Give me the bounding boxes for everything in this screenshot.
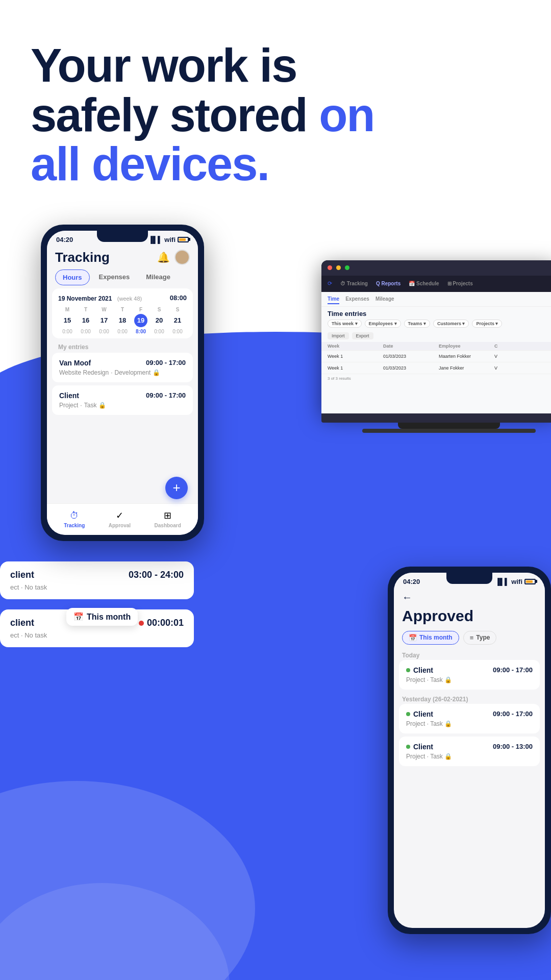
lc-tab-time[interactable]: Time	[328, 296, 339, 304]
tab-mileage[interactable]: Mileage	[139, 270, 178, 285]
phone-approved: 04:20 ▐▌▌ wifi ← Approved 📅 This mont	[388, 567, 551, 934]
lc-action-row: Import Export	[321, 331, 551, 341]
day-thu: T 18 0:00	[113, 307, 132, 334]
laptop-content-header: Time Expenses Mileage	[321, 292, 551, 307]
lc-tab-mileage[interactable]: Mileage	[375, 296, 394, 304]
tc-task-2: No task	[24, 631, 47, 639]
avatar[interactable]	[174, 250, 190, 265]
lc-td-week-1: Week 1	[328, 354, 383, 359]
type-filter-icon: ≡	[470, 634, 474, 642]
this-month-filter-label: This month	[419, 634, 453, 641]
lc-row-2[interactable]: Week 1 01/03/2023 Jane Fokker V	[321, 362, 551, 374]
approved-dot-1	[406, 668, 410, 672]
th-c: C	[494, 344, 550, 349]
laptop-nav: ⟳ ⏱ Tracking Q Reports 📅 Schedule ⊞ Proj…	[321, 276, 551, 292]
approved-entry-today[interactable]: Client 09:00 - 17:00 Project · Task 🔒	[399, 660, 540, 690]
tc-client-1: client	[10, 570, 34, 580]
entries-label: My entries	[47, 341, 198, 353]
recording-dot	[139, 621, 144, 626]
lc-filter-employees[interactable]: Employees ▾	[365, 320, 401, 328]
signal2-icon: ▐▌▌	[495, 578, 510, 585]
minimize-dot	[336, 265, 341, 270]
entry-project-1: Website Redesign	[59, 369, 109, 376]
lc-filter-teams[interactable]: Teams ▾	[404, 320, 430, 328]
hero-line1: Your work is	[31, 39, 296, 91]
approved-entry-partial[interactable]: Client 09:00 - 13:00 Project · Task 🔒	[399, 737, 540, 766]
ae-top-today: Client 09:00 - 17:00	[406, 666, 533, 674]
entry-sub-2: Project · Task 🔒	[59, 402, 186, 409]
battery-icon	[178, 237, 189, 242]
tracking-title: Tracking	[55, 250, 110, 265]
bottom-section: client 03:00 - 24:00 ect · No task clien…	[0, 546, 551, 980]
laptop-nav-projects[interactable]: ⊞ Projects	[447, 281, 473, 286]
lc-import-btn[interactable]: Import	[328, 332, 349, 339]
lc-tab-expenses[interactable]: Expenses	[345, 296, 369, 304]
day-mon: M 15 0:00	[58, 307, 77, 334]
lc-filter-week[interactable]: This week ▾	[328, 320, 362, 328]
tab-expenses[interactable]: Expenses	[92, 270, 137, 285]
day-tue: T 16 0:00	[77, 307, 95, 334]
lc-td-date-2: 01/03/2023	[383, 365, 439, 371]
tracking-nav-icon: ⏱	[70, 510, 79, 521]
time-card-1-top: client 03:00 - 24:00	[10, 570, 184, 580]
approved-filter-row: 📅 This month ≡ Type	[394, 628, 545, 649]
ae-sub-partial: Project · Task 🔒	[406, 753, 533, 760]
laptop-nav-reports[interactable]: Q Reports	[376, 281, 400, 286]
lock-icon-ae1: 🔒	[444, 676, 452, 683]
laptop-screen: ⟳ ⏱ Tracking Q Reports 📅 Schedule ⊞ Proj…	[321, 260, 551, 413]
nav-approval[interactable]: ✓ Approval	[109, 510, 131, 528]
laptop-foot	[362, 429, 536, 433]
filter-type[interactable]: ≡ Type	[463, 631, 497, 645]
lc-row-1[interactable]: Week 1 01/03/2023 Maarten Fokker V	[321, 351, 551, 362]
lc-td-c-1: V	[494, 354, 550, 359]
tc-sub-2: ect · No task	[10, 631, 184, 639]
laptop-nav-schedule[interactable]: 📅 Schedule	[409, 281, 439, 286]
battery2-icon	[524, 579, 536, 584]
week-header: 19 November 2021 (week 48) 08:00	[58, 293, 187, 303]
laptop-content: Time Expenses Mileage Time entries This …	[321, 292, 551, 413]
lc-td-employee-1: Maarten Fokker	[439, 354, 494, 359]
approved-status-time: 04:20	[403, 578, 420, 585]
filter-this-month[interactable]: 📅 This month	[402, 631, 459, 645]
back-button[interactable]: ←	[402, 592, 537, 603]
lc-tabs: Time Expenses Mileage	[328, 296, 394, 304]
th-date: Date	[383, 344, 439, 349]
header-icons: 🔔	[157, 250, 190, 265]
section-today: Today	[394, 649, 545, 660]
dashboard-nav-label: Dashboard	[155, 523, 181, 528]
lc-filter-customers[interactable]: Customers ▾	[433, 320, 469, 328]
entry-card-vanmoof[interactable]: Van Moof 09:00 - 17:00 Website Redesign …	[52, 353, 193, 382]
recording-indicator: 00:00:01	[139, 618, 184, 628]
entry-top-2: Client 09:00 - 17:00	[59, 391, 186, 400]
ae-client-partial: Client	[406, 743, 433, 751]
tracking-header: Tracking 🔔	[47, 246, 198, 270]
entry-card-client[interactable]: Client 09:00 - 17:00 Project · Task 🔒	[52, 385, 193, 415]
laptop: ⟳ ⏱ Tracking Q Reports 📅 Schedule ⊞ Proj…	[321, 260, 551, 444]
entry-time-2: 09:00 - 17:00	[146, 391, 186, 399]
lc-filter-projects[interactable]: Projects ▾	[472, 320, 502, 328]
add-entry-fab[interactable]: +	[165, 477, 188, 499]
nav-tracking[interactable]: ⏱ Tracking	[64, 510, 85, 528]
time-card-1[interactable]: client 03:00 - 24:00 ect · No task	[0, 561, 194, 599]
lc-td-week-2: Week 1	[328, 365, 383, 371]
entry-project-2: Project	[59, 402, 78, 409]
th-week: Week	[328, 344, 383, 349]
lock-icon-ae2: 🔒	[444, 720, 452, 727]
hero-accent: on	[319, 89, 374, 141]
this-month-badge: 📅 This month	[66, 608, 138, 626]
day-fri: F 19 8:00	[132, 307, 150, 334]
laptop-nav-tracking[interactable]: ⏱ Tracking	[340, 281, 368, 286]
status-icons: ▐▌▌ wifi	[148, 236, 189, 243]
bottom-nav: ⏱ Tracking ✓ Approval ⊞ Dashboard	[47, 503, 198, 535]
approved-entry-yesterday[interactable]: Client 09:00 - 17:00 Project · Task 🔒	[399, 704, 540, 733]
close-dot	[328, 265, 332, 270]
bell-icon[interactable]: 🔔	[157, 251, 169, 263]
tab-hours[interactable]: Hours	[55, 270, 90, 285]
ae-sub-today: Project · Task 🔒	[406, 676, 533, 683]
week-total: 08:00	[170, 294, 187, 302]
tc-client-2: client	[10, 618, 34, 628]
laptop-base	[321, 413, 551, 423]
type-filter-label: Type	[476, 634, 490, 641]
lc-export-btn[interactable]: Export	[352, 332, 373, 339]
nav-dashboard[interactable]: ⊞ Dashboard	[155, 510, 181, 528]
